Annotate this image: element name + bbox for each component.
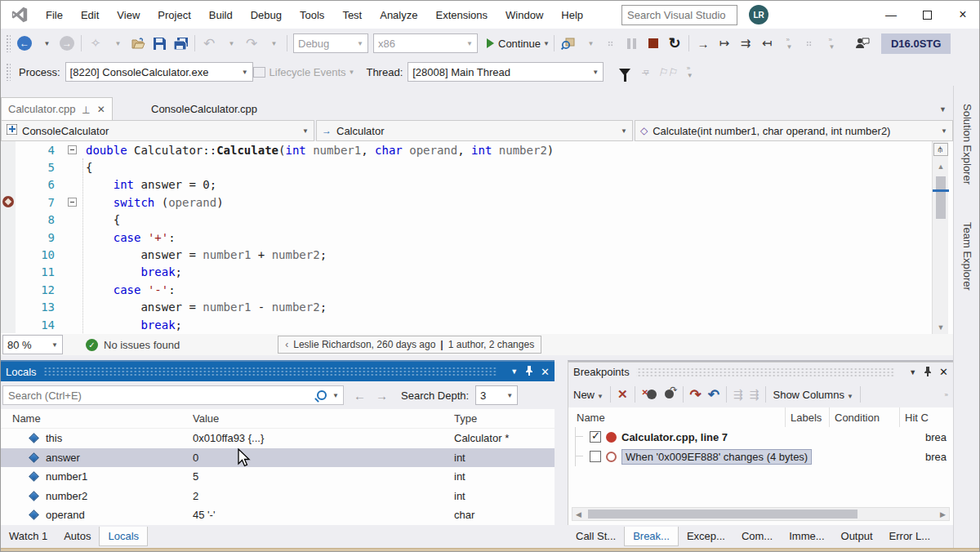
disable-all-breakpoints-icon[interactable]: ✕ [642,388,658,401]
redo-icon[interactable]: ↷ [242,33,261,53]
breakpoint-margin[interactable] [1,229,16,246]
splitter-handle-icon[interactable]: ⫛ [933,143,948,156]
close-button[interactable]: × [945,2,980,27]
window-position-dropdown-icon[interactable]: ▼ [909,368,916,376]
doc-tab-consolecalculator.cpp[interactable]: ConsoleCalculator.cpp [145,97,264,120]
filter-threads-icon[interactable] [615,62,635,82]
menu-item-test[interactable]: Test [333,4,371,26]
overflow-dropdown[interactable]: »▼ [679,62,698,82]
solution-config-dropdown[interactable]: Debug▼ [293,33,368,53]
breakpoint-margin[interactable] [1,316,16,333]
close-panel-icon[interactable]: ✕ [541,366,550,378]
locals-search-box[interactable]: ▼ [2,385,344,405]
navigate-back-dropdown[interactable]: ▼ [36,33,56,53]
tab-watch-1[interactable]: Watch 1 [1,527,56,545]
more-commands-dropdown[interactable]: »▼ [821,33,840,53]
code-editor[interactable]: 4double Calculator::Calculate(int number… [1,141,953,334]
editor-scrollbar[interactable]: ⫛ ▲ ▼ [932,141,948,334]
locals-row-number2[interactable]: number22int [1,487,555,506]
scroll-right-icon[interactable]: ▶ [940,510,946,519]
menu-item-tools[interactable]: Tools [291,4,333,26]
restart-icon[interactable]: ↻ [665,33,684,53]
breakpoint-row[interactable]: When '0x009EF888' changes (4 bytes)brea [568,447,953,466]
navigate-forward-button[interactable]: → [57,33,77,53]
menu-item-edit[interactable]: Edit [72,4,108,26]
scroll-left-icon[interactable]: ◀ [576,510,581,519]
breakpoint-margin[interactable] [1,281,16,298]
save-all-icon[interactable] [171,33,190,53]
locals-row-this[interactable]: this0x010ffa93 {...}Calculator * [1,429,555,448]
thread-dropdown[interactable]: [28008] Main Thread▼ [408,62,604,82]
delete-breakpoint-icon[interactable]: ✕ [617,387,628,402]
toolbar-grip[interactable] [6,34,11,52]
step-options-dropdown[interactable]: »▼ [778,33,798,53]
breakpoint-margin[interactable] [1,299,16,316]
more-tools-grip[interactable] [800,33,819,53]
step-over-icon[interactable]: ⇉ [736,33,755,53]
side-tab-team-explorer[interactable]: Team Explorer [961,211,973,302]
toggle-breakpoints-icon[interactable]: ↷ [663,388,676,401]
locals-row-answer[interactable]: answer0int [1,448,555,468]
show-columns-dropdown[interactable]: Show Columns▼ [773,389,853,401]
menu-item-debug[interactable]: Debug [242,4,291,26]
tab-error-l[interactable]: Error L... [881,527,939,545]
import-breakpoints-icon[interactable]: ↶ [708,386,719,403]
tab-locals[interactable]: Locals [99,527,148,546]
locals-row-operand[interactable]: operand45 '-'char [1,505,555,525]
code-line-5[interactable]: 5{ [1,158,953,176]
platform-dropdown[interactable]: x86▼ [373,33,478,53]
avatar[interactable]: LR [749,5,768,24]
continue-button[interactable]: Continue▼ [487,33,550,53]
menu-item-view[interactable]: View [108,4,149,26]
experiment-badge[interactable]: D16.0STG [881,33,951,54]
project-dropdown[interactable]: ConsoleCalculator▼ [1,120,314,141]
locals-row-number1[interactable]: number15int [1,467,555,487]
menu-item-file[interactable]: File [37,4,72,26]
close-tab-icon[interactable]: ✕ [97,104,105,115]
menu-item-extensions[interactable]: Extensions [426,4,497,26]
toolbar-grip[interactable] [6,63,11,81]
feedback-icon[interactable] [853,33,872,53]
locals-column-headers[interactable]: Name Value Type [1,409,555,429]
attach-to-process-icon[interactable] [559,33,578,53]
new-file-dropdown[interactable]: ▼ [107,33,127,53]
save-icon[interactable] [149,33,169,53]
menu-item-project[interactable]: Project [149,4,199,26]
pin-tab-icon[interactable]: ⊤ [82,104,90,115]
scroll-up-icon[interactable]: ▲ [933,159,949,173]
breakpoints-title-bar[interactable]: Breakpoints ▼ ✕ [568,362,953,381]
code-line-14[interactable]: 14 break; [1,316,953,333]
export-breakpoints-icon[interactable]: ↷ [690,386,702,403]
code-line-4[interactable]: 4double Calculator::Calculate(int number… [1,141,953,158]
type-dropdown[interactable]: → Calculator▼ [316,120,633,141]
undo-icon[interactable]: ↶ [199,33,219,53]
menu-item-window[interactable]: Window [497,4,552,26]
new-file-icon[interactable]: ✧ [86,33,105,53]
horizontal-scrollbar[interactable]: ◀ ▶ [572,507,950,521]
search-visual-studio-input[interactable] [621,5,737,25]
breakpoint-margin[interactable] [1,211,16,229]
redo-dropdown[interactable]: ▼ [263,33,283,53]
breakpoint-margin[interactable] [1,264,16,281]
toolbar-overflow-icon[interactable]: » [945,391,948,398]
breakpoints-column-headers[interactable]: Name Labels Condition Hit C [568,407,953,427]
step-into-icon[interactable]: ↦ [715,33,734,53]
fold-collapse-icon[interactable] [58,198,86,207]
zoom-dropdown[interactable]: 80 %▼ [2,335,63,354]
window-position-dropdown-icon[interactable]: ▼ [510,367,518,376]
breakpoint-margin[interactable] [1,246,16,263]
tab-output[interactable]: Output [833,527,881,545]
breakpoint-margin[interactable] [1,176,16,194]
attach-dropdown[interactable]: ▼ [580,33,599,53]
code-line-11[interactable]: 11 break; [1,264,953,281]
breakpoint-checkbox[interactable] [590,431,601,443]
breakpoint-checkbox[interactable] [590,451,601,462]
code-line-9[interactable]: 9 case '+': [1,229,953,246]
step-out-icon[interactable]: ↤ [757,33,777,53]
code-line-13[interactable]: 13 answer = number1 - number2; [1,299,953,316]
show-next-statement-icon[interactable]: → [693,33,713,53]
maximize-button[interactable] [909,2,945,27]
code-line-8[interactable]: 8 { [1,211,953,229]
toolbar-options-grip[interactable] [601,33,621,53]
new-breakpoint-button[interactable]: New▼ [573,389,604,401]
